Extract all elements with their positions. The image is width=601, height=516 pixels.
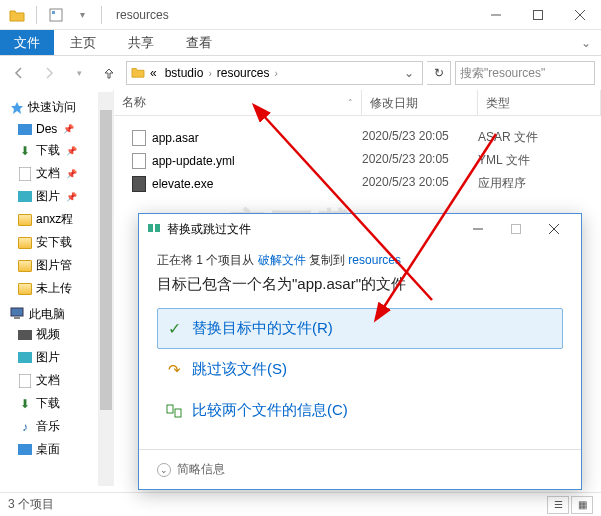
folder-icon (18, 260, 32, 272)
download-icon: ⬇ (18, 144, 32, 158)
pictures-icon (18, 352, 32, 363)
qat-properties-icon[interactable] (45, 4, 67, 26)
tab-file[interactable]: 文件 (0, 30, 54, 55)
close-button[interactable] (559, 0, 601, 30)
column-headers: 名称˄ 修改日期 类型 (114, 90, 601, 116)
pictures-icon (18, 191, 32, 202)
svg-rect-7 (19, 167, 31, 181)
dialog-maximize-button (497, 215, 535, 243)
dialog-copy-info: 正在将 1 个项目从 破解文件 复制到 resources (157, 252, 563, 269)
column-type[interactable]: 类型 (478, 90, 601, 115)
search-input[interactable]: 搜索"resources" (455, 61, 595, 85)
dialog-dest-link[interactable]: resources (348, 253, 401, 267)
dialog-footer[interactable]: ⌄ 简略信息 (139, 449, 581, 489)
skip-icon: ↷ (166, 362, 182, 378)
videos-icon (18, 330, 32, 340)
svg-rect-10 (19, 374, 31, 388)
qat-dropdown-icon[interactable]: ▾ (71, 4, 93, 26)
folder-icon (18, 237, 32, 249)
expand-ribbon-icon[interactable]: ⌄ (571, 30, 601, 55)
sidebar-item-music[interactable]: ♪音乐 (0, 415, 113, 438)
sidebar-item-videos[interactable]: 视频 (0, 323, 113, 346)
music-icon: ♪ (18, 420, 32, 434)
nav-up-button[interactable] (96, 60, 122, 86)
dialog-close-button[interactable] (535, 215, 573, 243)
file-icon (132, 130, 146, 146)
maximize-button[interactable] (517, 0, 559, 30)
view-icons-button[interactable]: ▦ (571, 496, 593, 514)
documents-icon (18, 167, 32, 181)
sidebar-quick-access[interactable]: 快速访问 (0, 96, 113, 119)
sidebar-item-downloads[interactable]: ⬇下载 (0, 392, 113, 415)
svg-rect-0 (50, 9, 62, 21)
refresh-button[interactable]: ↻ (427, 61, 451, 85)
tab-home[interactable]: 主页 (54, 30, 112, 55)
sidebar-item-desktop[interactable]: 桌面 (0, 438, 113, 461)
tab-share[interactable]: 共享 (112, 30, 170, 55)
dialog-title: 替换或跳过文件 (167, 221, 251, 238)
exe-icon (132, 176, 146, 192)
sidebar-this-pc[interactable]: 此电脑 (0, 306, 113, 323)
desktop-icon (18, 124, 32, 135)
ribbon-tabs: 文件 主页 共享 查看 ⌄ (0, 30, 601, 56)
column-name[interactable]: 名称˄ (114, 90, 362, 115)
nav-back-button[interactable] (6, 60, 32, 86)
compare-icon (166, 403, 182, 419)
sidebar-item-folder[interactable]: 安下载 (0, 231, 113, 254)
nav-forward-button (36, 60, 62, 86)
sidebar-item-desktop[interactable]: Des📌 (0, 119, 113, 139)
window-title: resources (112, 8, 169, 22)
folder-icon (131, 66, 145, 81)
file-row[interactable]: app.asar 2020/5/23 20:05 ASAR 文件 (114, 126, 601, 149)
column-date[interactable]: 修改日期 (362, 90, 478, 115)
svg-rect-17 (167, 405, 173, 413)
sidebar-item-folder[interactable]: 图片管 (0, 254, 113, 277)
check-icon: ✓ (166, 321, 182, 337)
desktop-icon (18, 444, 32, 455)
svg-rect-12 (155, 224, 160, 232)
download-icon: ⬇ (18, 397, 32, 411)
sidebar-item-documents[interactable]: 文档📌 (0, 162, 113, 185)
dialog-option-replace[interactable]: ✓ 替换目标中的文件(R) (157, 308, 563, 349)
expand-details-icon: ⌄ (157, 463, 171, 477)
dialog-option-compare[interactable]: 比较两个文件的信息(C) (157, 390, 563, 431)
sidebar-item-folder[interactable]: anxz程 (0, 208, 113, 231)
minimize-button[interactable] (475, 0, 517, 30)
svg-marker-6 (11, 102, 23, 114)
breadcrumb-overflow[interactable]: « (147, 66, 160, 80)
sidebar-item-label: 此电脑 (29, 306, 65, 323)
svg-rect-3 (534, 10, 543, 19)
breadcrumb-seg-resources[interactable]: resources (214, 66, 273, 80)
sidebar-item-pictures[interactable]: 图片📌 (0, 185, 113, 208)
dialog-option-skip[interactable]: ↷ 跳过该文件(S) (157, 349, 563, 390)
replace-file-dialog: 替换或跳过文件 正在将 1 个项目从 破解文件 复制到 resources 目标… (138, 213, 582, 490)
file-row[interactable]: elevate.exe 2020/5/23 20:05 应用程序 (114, 172, 601, 195)
sidebar-item-documents[interactable]: 文档 (0, 369, 113, 392)
sidebar-scrollbar[interactable] (98, 92, 114, 486)
svg-rect-1 (52, 11, 55, 14)
folder-icon (18, 214, 32, 226)
breadcrumb-seg-bstudio[interactable]: bstudio (162, 66, 207, 80)
item-count: 3 个项目 (8, 496, 54, 513)
dialog-conflict-message: 目标已包含一个名为"app.asar"的文件 (157, 275, 563, 294)
chevron-right-icon: › (274, 68, 277, 79)
nav-recent-dropdown[interactable]: ▾ (66, 60, 92, 86)
sort-indicator-icon: ˄ (348, 98, 353, 108)
dialog-footer-label: 简略信息 (177, 461, 225, 478)
sidebar-item-folder[interactable]: 未上传 (0, 277, 113, 300)
dialog-icon (147, 221, 161, 238)
sidebar: 快速访问 Des📌 ⬇下载📌 文档📌 图片📌 anxz程 安下载 图片管 未上传… (0, 90, 114, 486)
svg-rect-14 (512, 225, 521, 234)
breadcrumb-dropdown[interactable]: ⌄ (400, 66, 418, 80)
dialog-source-link[interactable]: 破解文件 (258, 253, 306, 267)
folder-icon (6, 4, 28, 26)
view-details-button[interactable]: ☰ (547, 496, 569, 514)
tab-view[interactable]: 查看 (170, 30, 228, 55)
svg-rect-8 (11, 308, 23, 316)
sidebar-item-label: 快速访问 (28, 99, 76, 116)
dialog-minimize-button[interactable] (459, 215, 497, 243)
file-row[interactable]: app-update.yml 2020/5/23 20:05 YML 文件 (114, 149, 601, 172)
sidebar-item-pictures[interactable]: 图片 (0, 346, 113, 369)
breadcrumb[interactable]: « bstudio › resources › ⌄ (126, 61, 423, 85)
sidebar-item-downloads[interactable]: ⬇下载📌 (0, 139, 113, 162)
